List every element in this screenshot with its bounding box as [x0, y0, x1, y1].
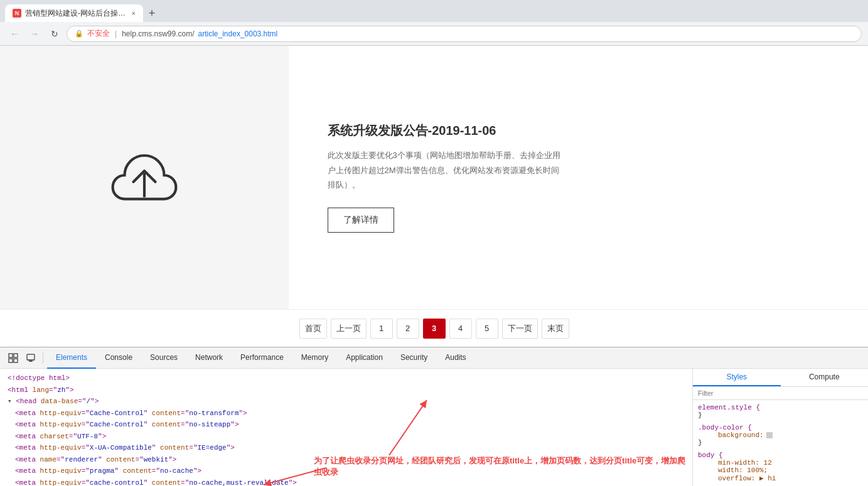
refresh-button[interactable]: ↻: [46, 26, 63, 42]
learn-more-button[interactable]: 了解详情: [328, 208, 394, 233]
article-card: 系统升级发版公告-2019-11-06 此次发版主要优化3个事项（网站地图增加帮…: [328, 122, 830, 232]
pagination-page-5-button[interactable]: 5: [476, 319, 498, 339]
styles-tab-styles[interactable]: Styles: [693, 369, 781, 386]
url-separator: |: [115, 29, 117, 38]
svg-rect-5: [27, 354, 35, 360]
pagination-first-button[interactable]: 首页: [299, 319, 327, 339]
devtools-device-button[interactable]: [23, 350, 39, 366]
new-tab-button[interactable]: +: [143, 4, 161, 22]
devtools-panel: Elements Console Sources Network Perform…: [0, 347, 868, 486]
address-input[interactable]: 🔒 不安全 | help.cms.nsw99.com/ article_inde…: [67, 26, 862, 42]
toolbar-separator: [43, 352, 43, 364]
styles-filter-row: [693, 387, 868, 400]
code-line-html: <html lang="zh">: [0, 384, 692, 396]
pagination-page-3-button[interactable]: 3: [423, 319, 446, 339]
tab-security[interactable]: Security: [392, 347, 436, 369]
tab-console[interactable]: Console: [96, 347, 141, 369]
tab-close-button[interactable]: ×: [132, 9, 136, 17]
code-line-4: <meta http-equiv="X-UA-Compatible" conte…: [0, 442, 692, 454]
tab-performance[interactable]: Performance: [232, 347, 292, 369]
address-bar-row: ← → ↻ 🔒 不安全 | help.cms.nsw99.com/ articl…: [0, 22, 868, 46]
tab-network[interactable]: Network: [186, 347, 232, 369]
article-content-area: 系统升级发版公告-2019-11-06 此次发版主要优化3个事项（网站地图增加帮…: [289, 46, 868, 309]
cloud-upload-icon: [100, 140, 188, 215]
devtools-body: <!doctype html> <html lang="zh"> ▾ <head…: [0, 369, 868, 486]
svg-rect-2: [14, 354, 18, 357]
webpage-area: 系统升级发版公告-2019-11-06 此次发版主要优化3个事项（网站地图增加帮…: [0, 46, 868, 309]
pagination-prev-button[interactable]: 上一页: [331, 319, 367, 339]
code-line-doctype: <!doctype html>: [0, 372, 692, 384]
pagination-page-1-button[interactable]: 1: [370, 319, 393, 339]
tab-memory[interactable]: Memory: [292, 347, 337, 369]
code-line-head: ▾ <head data-base="/">: [0, 396, 692, 408]
styles-content: element.style { } .body-color { backgrou…: [693, 400, 868, 486]
code-line-5: <meta name="renderer" content="webkit">: [0, 454, 692, 466]
styles-rule-body: body { min-width: 12 width: 100%; overfl…: [698, 452, 863, 482]
devtools-inspect-button[interactable]: [5, 350, 21, 366]
pagination-area: 首页 上一页 1 2 3 4 5 下一页 末页: [0, 309, 868, 347]
active-tab[interactable]: N 营销型网站建设-网站后台操作培 ×: [5, 4, 143, 22]
pagination-next-button[interactable]: 下一页: [502, 319, 538, 339]
security-icon: 🔒: [75, 29, 83, 38]
tab-application[interactable]: Application: [337, 347, 392, 369]
code-line-2: <meta http-equiv="Cache-Control" content…: [0, 419, 692, 431]
code-line-1: <meta http-equiv="Cache-Control" content…: [0, 408, 692, 420]
pagination-page-4-button[interactable]: 4: [449, 319, 472, 339]
cloud-upload-area: [0, 46, 289, 309]
devtools-tabs: Elements Console Sources Network Perform…: [47, 347, 475, 368]
code-line-6: <meta http-equiv="pragma" content="no-ca…: [0, 465, 692, 477]
browser-chrome: N 营销型网站建设-网站后台操作培 × +: [0, 0, 868, 22]
styles-filter-input[interactable]: [698, 389, 863, 397]
code-panel[interactable]: <!doctype html> <html lang="zh"> ▾ <head…: [0, 369, 692, 486]
devtools-toolbar: Elements Console Sources Network Perform…: [0, 347, 868, 369]
tab-favicon: N: [13, 9, 21, 18]
pagination-page-2-button[interactable]: 2: [397, 319, 419, 339]
svg-rect-3: [9, 359, 13, 362]
tab-audits[interactable]: Audits: [436, 347, 474, 369]
tab-elements[interactable]: Elements: [47, 347, 96, 369]
article-description: 此次发版主要优化3个事项（网站地图增加帮助手册、去掉企业用户上传图片超过2M弹出…: [328, 148, 566, 192]
svg-rect-4: [14, 359, 18, 362]
code-line-3: <meta charset="UTF-8">: [0, 431, 692, 443]
svg-rect-6: [29, 361, 33, 362]
styles-rule-element: element.style { }: [698, 404, 863, 419]
article-title: 系统升级发版公告-2019-11-06: [328, 122, 830, 139]
svg-rect-1: [9, 354, 13, 357]
styles-panel-header: Styles Compute: [693, 369, 868, 387]
styles-panel: Styles Compute element.style { } .body-c…: [692, 369, 868, 486]
tab-sources[interactable]: Sources: [141, 347, 186, 369]
tab-bar: N 营销型网站建设-网站后台操作培 × +: [5, 0, 161, 22]
styles-rule-body-color: .body-color { background: }: [698, 424, 863, 446]
code-line-7: <meta http-equiv="cache-control" content…: [0, 477, 692, 487]
tab-title: 营销型网站建设-网站后台操作培: [25, 8, 128, 19]
url-path: article_index_0003.html: [198, 29, 278, 38]
back-button[interactable]: ←: [6, 26, 23, 42]
url-base: help.cms.nsw99.com/: [122, 29, 194, 38]
pagination-last-button[interactable]: 末页: [542, 319, 569, 339]
forward-button[interactable]: →: [26, 26, 43, 42]
styles-tab-computed[interactable]: Compute: [781, 369, 869, 386]
security-label: 不安全: [87, 28, 110, 39]
